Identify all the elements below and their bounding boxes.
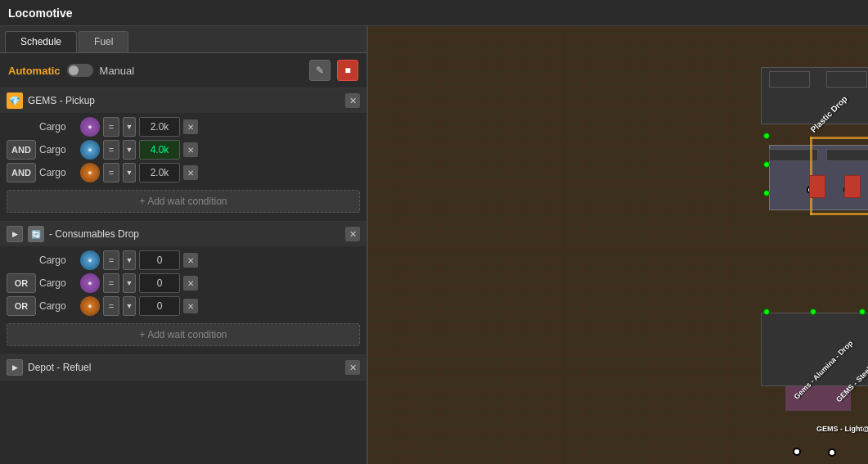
add-wait-condition-btn-2[interactable]: + Add wait condition — [7, 323, 360, 346]
condition-row: AND Cargo ● = ▼ 4.0k ✕ — [7, 140, 360, 160]
tab-schedule[interactable]: Schedule — [5, 31, 77, 52]
cargo-label: Cargo — [39, 277, 77, 289]
tabs-row: Schedule Fuel — [0, 26, 367, 53]
and-btn[interactable]: AND — [7, 140, 36, 160]
cargo-value[interactable]: 2.0k — [139, 117, 180, 137]
map-canvas: Module Case Plastic Drop - Aluminium Dro… — [368, 26, 868, 464]
signal-dot — [763, 133, 770, 139]
signal-dot — [859, 309, 866, 315]
or-btn[interactable]: OR — [7, 273, 36, 293]
and-btn[interactable]: AND — [7, 163, 36, 182]
consumables-icon: 🔄 — [28, 226, 44, 242]
tab-fuel[interactable]: Fuel — [79, 31, 128, 52]
condition-row: Cargo ● = ▼ 2.0k ✕ — [7, 117, 360, 137]
gems-pickup-title: GEMS - Pickup — [28, 95, 340, 106]
cargo-value[interactable]: 0 — [139, 273, 180, 293]
title-bar: Locomotive — [0, 0, 868, 26]
train-car — [844, 175, 861, 198]
manual-label: Manual — [100, 65, 135, 77]
equals-op[interactable]: = — [103, 117, 119, 137]
mode-toggle[interactable] — [67, 64, 93, 77]
equals-op[interactable]: = — [103, 140, 119, 160]
schedule-header-consumables: ▶ 🔄 - Consumables Drop ✕ — [0, 222, 367, 246]
op-dropdown[interactable]: ▼ — [123, 250, 136, 270]
light-label: GEMS - Light@i — [816, 425, 868, 433]
pencil-icon: ✎ — [316, 65, 324, 76]
condition-row: AND Cargo ● = ▼ 2.0k ✕ — [7, 163, 360, 182]
cond-remove-btn[interactable]: ✕ — [183, 165, 198, 180]
cargo-label: Cargo — [39, 121, 77, 133]
cargo-icon-purple: ● — [80, 117, 100, 137]
add-wait-condition-btn-1[interactable]: + Add wait condition — [7, 190, 360, 213]
op-dropdown[interactable]: ▼ — [123, 273, 136, 293]
condition-row: OR Cargo ● = ▼ 0 ✕ — [7, 296, 360, 316]
condition-row: Cargo ● = ▼ 0 ✕ — [7, 250, 360, 270]
map-building-bottom — [761, 313, 868, 386]
play-btn-depot[interactable]: ▶ — [7, 359, 23, 376]
play-btn-consumables[interactable]: ▶ — [7, 226, 23, 242]
cargo-icon-yellow2: ● — [80, 296, 100, 316]
schedule-scroll-area[interactable]: 💎 GEMS - Pickup ✕ Cargo ● = ▼ 2.0k ✕ — [0, 88, 367, 464]
cargo-icon-blue: ● — [80, 140, 100, 160]
cargo-label: Cargo — [39, 300, 77, 312]
cargo-icon-yellow: ● — [80, 163, 100, 182]
gems-pickup-close[interactable]: ✕ — [345, 93, 360, 108]
gems-pickup-conditions: Cargo ● = ▼ 2.0k ✕ AND Cargo ● = ▼ — [0, 113, 367, 221]
map-building — [769, 71, 810, 88]
route-line — [810, 137, 868, 139]
condition-row: OR Cargo ● = ▼ 0 ✕ — [7, 273, 360, 293]
stop-icon: ■ — [344, 65, 350, 76]
map-panel: Module Case Plastic Drop - Aluminium Dro… — [368, 26, 868, 464]
signal-dot — [810, 309, 816, 315]
mode-row: Automatic Manual ✎ ■ — [0, 53, 367, 88]
cargo-value[interactable]: 2.0k — [139, 163, 180, 182]
cargo-label: Cargo — [39, 167, 77, 178]
map-building — [826, 149, 868, 161]
signal-dot — [763, 190, 770, 196]
cond-remove-btn[interactable]: ✕ — [183, 299, 198, 313]
schedule-item-consumables-drop: ▶ 🔄 - Consumables Drop ✕ Cargo ● = ▼ 0 ✕ — [0, 222, 367, 355]
map-building — [826, 71, 867, 88]
depot-title: Depot - Refuel — [28, 362, 340, 373]
cargo-label: Cargo — [39, 255, 77, 266]
op-dropdown[interactable]: ▼ — [123, 140, 136, 160]
route-line — [810, 213, 868, 215]
cond-remove-btn[interactable]: ✕ — [183, 119, 198, 134]
op-dropdown[interactable]: ▼ — [123, 296, 136, 316]
consumables-close[interactable]: ✕ — [345, 227, 360, 241]
cargo-value[interactable]: 4.0k — [139, 140, 180, 160]
cargo-icon-blue2: ● — [80, 250, 100, 270]
equals-op[interactable]: = — [103, 163, 119, 182]
or-btn-2[interactable]: OR — [7, 296, 36, 316]
signal-dot — [763, 309, 770, 315]
equals-op[interactable]: = — [103, 250, 119, 270]
op-dropdown[interactable]: ▼ — [123, 117, 136, 137]
train-indicator — [793, 448, 801, 456]
equals-op[interactable]: = — [103, 273, 119, 293]
train-indicator — [828, 448, 836, 457]
left-panel: Schedule Fuel Automatic Manual ✎ ■ 💎 — [0, 26, 368, 464]
cond-remove-btn[interactable]: ✕ — [183, 276, 198, 291]
cargo-value[interactable]: 0 — [139, 250, 180, 270]
window-title: Locomotive — [8, 7, 73, 20]
schedule-item-depot-refuel: ▶ Depot - Refuel ✕ — [0, 355, 367, 381]
gems-pickup-icon: 💎 — [7, 92, 23, 109]
stop-button[interactable]: ■ — [337, 60, 358, 81]
signal-dot — [763, 161, 770, 168]
op-dropdown[interactable]: ▼ — [123, 163, 136, 182]
schedule-header-gems-pickup: 💎 GEMS - Pickup ✕ — [0, 88, 367, 113]
cond-remove-btn[interactable]: ✕ — [183, 142, 198, 157]
schedule-item-gems-pickup: 💎 GEMS - Pickup ✕ Cargo ● = ▼ 2.0k ✕ — [0, 88, 367, 222]
edit-button[interactable]: ✎ — [309, 60, 331, 81]
train-car — [809, 175, 825, 198]
consumables-title: - Consumables Drop — [49, 228, 340, 240]
consumables-conditions: Cargo ● = ▼ 0 ✕ OR Cargo ● = ▼ 0 — [0, 246, 367, 354]
cond-remove-btn[interactable]: ✕ — [183, 253, 198, 268]
cargo-icon-purple2: ● — [80, 273, 100, 293]
depot-close[interactable]: ✕ — [345, 360, 360, 375]
equals-op[interactable]: = — [103, 296, 119, 316]
auto-label: Automatic — [8, 65, 61, 77]
cargo-label: Cargo — [39, 144, 77, 155]
cargo-value[interactable]: 0 — [139, 296, 180, 316]
schedule-header-depot: ▶ Depot - Refuel ✕ — [0, 355, 367, 380]
